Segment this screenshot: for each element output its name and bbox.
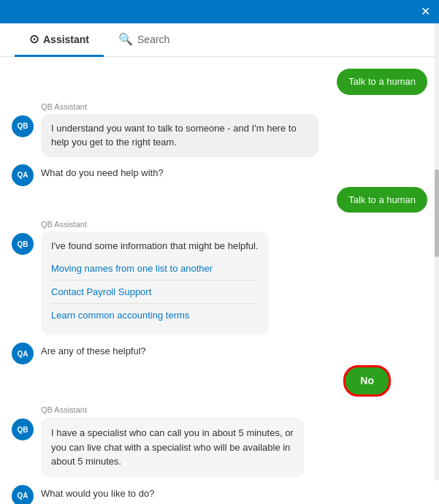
tab-search[interactable]: 🔍 Search [104, 23, 184, 57]
link-accounting-terms[interactable]: Learn common accounting terms [51, 304, 259, 327]
qa-avatar-3: QA [12, 485, 34, 505]
bubble-user-1: Talk to a human [337, 69, 427, 95]
top-bar: ✕ [0, 0, 439, 23]
scrollbar-track [435, 23, 439, 481]
question-row-2: QA Are any of these helpful? [12, 343, 427, 356]
info-intro: I've found some information that might b… [51, 240, 259, 251]
bubble-user-2: Talk to a human [337, 187, 427, 213]
search-icon: 🔍 [118, 32, 133, 46]
sender-label-1: QB Assistant [41, 102, 87, 111]
scrollbar-thumb[interactable] [435, 169, 439, 257]
msg-row-bot-specialist: QB QB Assistant I have a specialist who … [12, 405, 427, 478]
question-row-1: QA What do you need help with? [12, 164, 427, 178]
link-moving-names[interactable]: Moving names from one list to another [51, 257, 259, 280]
question-row-3: QA What would you like to do? [12, 485, 427, 499]
msg-row-bot-understand: QB QB Assistant I understand you want to… [12, 102, 427, 157]
tab-assistant-label: Assistant [43, 34, 89, 45]
msg-row-user-2: Talk to a human [12, 187, 427, 213]
no-row: No ← [12, 365, 427, 397]
assistant-icon: ⊙ [29, 32, 39, 46]
question-text-3: What would you like to do? [41, 485, 154, 499]
tab-assistant[interactable]: ⊙ Assistant [15, 23, 104, 57]
msg-row-user-1: Talk to a human [12, 69, 427, 95]
bot-avatar-1: QB [12, 115, 34, 137]
info-bubble: I've found some information that might b… [41, 232, 269, 335]
bot-avatar-2: QB [12, 233, 34, 255]
link-payroll-support[interactable]: Contact Payroll Support [51, 280, 259, 304]
chat-body: Talk to a human QB QB Assistant I unders… [0, 57, 439, 504]
bubble-no[interactable]: No [343, 365, 391, 397]
close-button[interactable]: ✕ [421, 6, 430, 18]
question-text-2: Are any of these helpful? [41, 343, 146, 356]
qa-avatar-1: QA [12, 164, 34, 186]
msg-row-bot-links: QB QB Assistant I've found some informat… [12, 220, 427, 335]
question-text-1: What do you need help with? [41, 164, 164, 178]
bubble-bot-understand: I understand you want to talk to someone… [41, 114, 318, 157]
sender-label-2: QB Assistant [41, 220, 87, 229]
tab-search-label: Search [137, 34, 169, 45]
qa-avatar-2: QA [12, 343, 34, 364]
bot-avatar-3: QB [12, 419, 34, 440]
sender-label-3: QB Assistant [41, 405, 87, 414]
tabs-row: ⊙ Assistant 🔍 Search [0, 23, 439, 57]
bubble-bot-specialist: I have a specialist who can call you in … [41, 417, 304, 478]
